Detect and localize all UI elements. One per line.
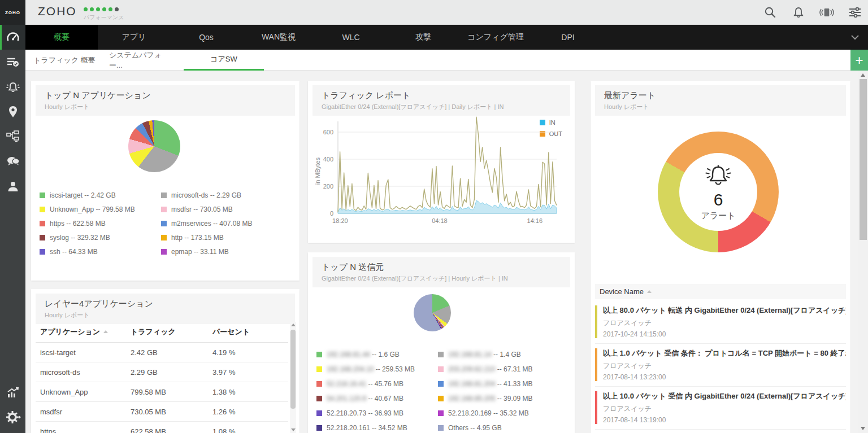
- table-row[interactable]: microsoft-ds2.29 GB3.97 %: [36, 362, 288, 382]
- donut-center: 6 アラート: [679, 153, 757, 231]
- sidebar-item-chat[interactable]: [0, 149, 25, 174]
- sidebar-item-inventory[interactable]: [0, 50, 25, 75]
- sidebar-item-alarms[interactable]: [0, 75, 25, 99]
- tab-traffic-overview[interactable]: トラフィック 概要: [31, 50, 98, 71]
- alerts-list-header[interactable]: Device Name: [595, 284, 846, 299]
- scrollbar-thumb[interactable]: [290, 330, 296, 409]
- legend-swatch: [438, 352, 444, 357]
- sidebar-item-maps[interactable]: [0, 99, 25, 124]
- panel-title: トップ N 送信元: [322, 262, 561, 273]
- svg-text:18:20: 18:20: [332, 217, 348, 224]
- legend-item[interactable]: 52.218.20.169 -- 35.32 MB: [438, 406, 559, 421]
- legend-item[interactable]: epmap -- 33.11 MB: [161, 244, 283, 259]
- sort-asc-icon: [103, 330, 108, 333]
- panel-subtitle: GigabitEther 0/24 (External)[フロアスイッチ] | …: [322, 103, 561, 111]
- table-row[interactable]: Unknown_App799.58 MB1.38 %: [36, 382, 288, 402]
- legend-item[interactable]: msdfsr -- 730.05 MB: [161, 202, 283, 216]
- legend-item[interactable]: 203.209.62.210 -- 67.31 MB: [438, 362, 559, 377]
- top-applications-legend: iscsi-target -- 2.42 GBmicrosoft-ds -- 2…: [40, 188, 283, 259]
- panel-header: 最新アラート Hourly レポート: [595, 85, 846, 116]
- tab-system-performance[interactable]: システムパフォー...: [109, 50, 172, 71]
- legend-value: -- 41.33 MB: [495, 380, 532, 388]
- user-icon: [7, 181, 19, 192]
- gear-icon: [5, 410, 21, 425]
- nav-tab-attacks[interactable]: 攻撃: [387, 25, 459, 50]
- alert-item[interactable]: 以上 1.0 パケット 受信 内 75httpプロファイル用httpalt75]…: [595, 430, 846, 433]
- legend-swatch: [438, 381, 444, 387]
- legend-label: Others: [448, 424, 468, 432]
- legend-item[interactable]: Unknown_App -- 799.58 MB: [40, 202, 161, 216]
- scroll-down-icon[interactable]: [291, 428, 296, 431]
- scroll-up-icon[interactable]: [861, 73, 865, 77]
- table-row[interactable]: msdfsr730.05 MB1.26 %: [36, 402, 288, 422]
- sidebar-item-settings[interactable]: [0, 405, 25, 430]
- nav-tab-dpi[interactable]: DPI: [532, 25, 604, 50]
- settings-sliders-icon[interactable]: [848, 5, 862, 20]
- legend-item[interactable]: 192.168.85.205 -- 39.09 MB: [438, 391, 559, 406]
- nav-tab-apps[interactable]: アプリ: [98, 25, 170, 50]
- legend-swatch: [438, 425, 444, 431]
- legend-item[interactable]: 192.168.81.14 -- 1.4 GB: [438, 347, 559, 362]
- legend-label: 52.218.20.73: [327, 409, 366, 417]
- legend-item[interactable]: microsoft-ds -- 2.29 GB: [161, 188, 283, 202]
- panel-latest-alerts: 最新アラート Hourly レポート 6 アラート Device Name 以上…: [591, 81, 850, 433]
- sidebar-item-reports[interactable]: [0, 380, 25, 405]
- legend-item[interactable]: 192.168.204.10 -- 259.53 MB: [316, 362, 438, 377]
- main-nav: 概要 アプリ Qos WAN監視 WLC 攻撃 コンフィグ管理 DPI: [25, 25, 868, 50]
- sidebar-item-user[interactable]: [0, 174, 25, 199]
- nav-tab-wan[interactable]: WAN監視: [242, 25, 315, 50]
- notifications-bell-icon[interactable]: [791, 5, 806, 20]
- add-dashboard-button[interactable]: +: [850, 50, 868, 71]
- sidebar-item-dashboard[interactable]: [0, 25, 25, 50]
- legend-item[interactable]: Others -- 4.95 GB: [438, 421, 559, 433]
- table-scrollbar[interactable]: [290, 322, 296, 433]
- legend-label: epmap: [171, 248, 192, 256]
- legend-swatch: [161, 249, 167, 255]
- nav-tab-wlc[interactable]: WLC: [315, 25, 387, 50]
- legend-swatch: [161, 221, 167, 226]
- sort-asc-icon: [647, 290, 652, 293]
- column-header-application[interactable]: アプリケーション: [40, 327, 131, 337]
- legend-value: -- 730.05 MB: [192, 205, 233, 213]
- sidebar-item-topology[interactable]: [0, 124, 25, 149]
- top-applications-pie-chart[interactable]: [128, 120, 180, 172]
- legend-item[interactable]: 52.218.16.41 -- 45.76 MB: [316, 377, 438, 391]
- alert-item[interactable]: 以上 10.0 パケット 受信 内 GigabitEther 0/24 (Ext…: [595, 387, 846, 430]
- table-row[interactable]: https622.58 MB1.08 %: [36, 422, 288, 433]
- scroll-down-icon[interactable]: [861, 427, 865, 430]
- legend-item[interactable]: http -- 173.15 MB: [161, 230, 283, 244]
- top-sources-pie-chart[interactable]: [414, 294, 451, 331]
- legend-item[interactable]: 52.218.20.73 -- 36.93 MB: [316, 406, 438, 421]
- legend-item[interactable]: 54.201.120.9 -- 40.67 MB: [316, 391, 438, 406]
- legend-label: m2mservices: [171, 220, 211, 228]
- page-scrollbar[interactable]: [858, 71, 868, 433]
- legend-item[interactable]: ssh -- 64.33 MB: [40, 244, 161, 259]
- alert-item[interactable]: 以上 1.0 パケット 受信 条件： プロトコル名 = TCP 開始ポート = …: [595, 344, 846, 387]
- alert-item[interactable]: 以上 80.0 パケット 転送 内 GigabitEther 0/24 (Ext…: [595, 301, 846, 344]
- alert-device: フロアスイッチ: [603, 318, 846, 328]
- alert-title: 以上 1.0 パケット 受信 条件： プロトコル名 = TCP 開始ポート = …: [603, 348, 846, 358]
- column-header-percent[interactable]: パーセント: [212, 327, 284, 337]
- table-cell: 1.26 %: [212, 408, 284, 416]
- table-row[interactable]: iscsi-target2.42 GB4.19 %: [36, 343, 288, 362]
- alerts-donut-chart[interactable]: 6 アラート: [658, 132, 779, 252]
- column-header-traffic[interactable]: トラフィック: [131, 327, 212, 337]
- tab-core-sw[interactable]: コアSW: [184, 50, 264, 71]
- legend-item[interactable]: 192.168.81.204 -- 41.33 MB: [438, 377, 559, 391]
- legend-item[interactable]: 192.168.81.44 -- 1.6 GB: [316, 347, 438, 362]
- scrollbar-thumb[interactable]: [860, 79, 867, 240]
- legend-item[interactable]: iscsi-target -- 2.42 GB: [40, 188, 161, 202]
- search-icon[interactable]: [763, 5, 778, 20]
- nav-tab-overview[interactable]: 概要: [25, 25, 98, 50]
- nav-tab-config[interactable]: コンフィグ管理: [459, 25, 532, 50]
- chevron-down-icon[interactable]: [850, 33, 860, 44]
- legend-item[interactable]: 52.218.20.161 -- 34.52 MB: [316, 421, 438, 433]
- legend-label: https: [50, 220, 64, 228]
- legend-item[interactable]: m2mservices -- 407.08 MB: [161, 216, 283, 230]
- devices-signal-icon[interactable]: [819, 5, 834, 20]
- legend-item[interactable]: https -- 622.58 MB: [40, 216, 161, 230]
- nav-tab-qos[interactable]: Qos: [170, 25, 242, 50]
- legend-item[interactable]: syslog -- 329.32 MB: [40, 230, 161, 244]
- traffic-line-chart[interactable]: 0200400600in MBytes18:2004:1814:16: [313, 115, 570, 230]
- scroll-up-icon[interactable]: [291, 323, 296, 326]
